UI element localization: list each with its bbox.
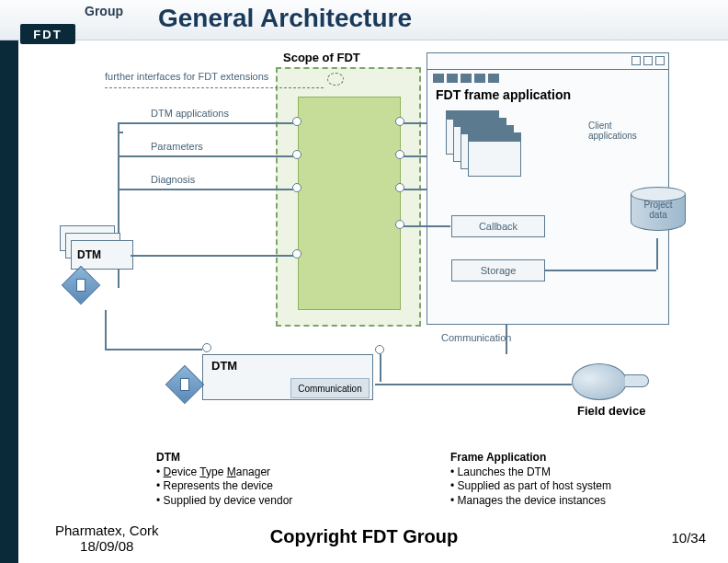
t: M xyxy=(227,465,236,478)
frame-desc-title: Frame Application xyxy=(450,451,611,465)
storage-to-db-h xyxy=(544,270,656,271)
dtm-scope-port xyxy=(292,249,301,259)
dtm-text: DTM xyxy=(77,248,101,261)
frame-app-label: FDT frame application xyxy=(436,87,571,102)
iface-params: Parameters xyxy=(151,141,203,152)
frame-titlebar xyxy=(427,53,668,70)
window-max-icon xyxy=(643,56,653,65)
t: anager xyxy=(236,465,270,478)
iface-line-2 xyxy=(118,189,296,190)
storage-box: Storage xyxy=(451,259,545,282)
storage-to-db-v xyxy=(656,238,658,270)
project-data-label: Project data xyxy=(636,200,680,220)
footer-page: 10/34 xyxy=(671,530,706,546)
dtm-desc-line3: • Supplied by device vendor xyxy=(156,494,292,509)
frame-desc-line2: • Supplied as part of host system xyxy=(450,479,611,494)
iface-line-1 xyxy=(118,155,296,157)
iface-rport-0 xyxy=(395,117,404,126)
callback-port xyxy=(395,220,404,229)
comm-diamond-icon xyxy=(165,365,204,404)
frame-toolbar xyxy=(433,74,499,83)
iface-rport-1 xyxy=(395,150,404,159)
window-min-icon xyxy=(631,56,641,65)
window-close-icon xyxy=(655,56,665,65)
scope-label: Scope of FDT xyxy=(283,51,360,64)
storage-label: Storage xyxy=(481,265,517,276)
iface-rport-2 xyxy=(395,183,404,192)
dtm-description: DTM • Device Type Manager • Represents t… xyxy=(156,451,292,508)
dtm-diamond-icon xyxy=(62,266,100,304)
client-apps-label: Client applications xyxy=(588,121,637,141)
iface-port-1 xyxy=(292,150,301,159)
left-band xyxy=(0,0,18,563)
field-device-icon xyxy=(572,363,627,400)
further-ifaces-label: further interfaces for FDT extensions xyxy=(105,71,268,82)
dtm-desc-line2: • Represents the device xyxy=(156,479,292,494)
iface-r1 xyxy=(401,155,427,157)
comm-line-up xyxy=(105,310,107,349)
iface-line-0 xyxy=(118,122,296,124)
further-ifaces-line xyxy=(105,87,324,88)
comm-dtm-label: DTM xyxy=(211,359,237,373)
iface-port-0 xyxy=(292,117,301,126)
comm-right-vert xyxy=(380,354,381,382)
t: ype xyxy=(206,465,227,478)
frame-desc-line3: • Manages the device instances xyxy=(450,494,611,509)
comm-field-line xyxy=(375,384,572,385)
iface-r0 xyxy=(401,122,427,124)
iface-diag: Diagnosis xyxy=(151,174,195,185)
page-title: General Architecture xyxy=(158,4,412,33)
dtm-to-scope xyxy=(131,255,296,257)
iface-port-2 xyxy=(292,183,301,192)
footer-copyright: Copyright FDT Group xyxy=(0,526,728,547)
frame-down-line xyxy=(506,325,507,354)
frame-desc-line1: • Launches the DTM xyxy=(450,465,611,480)
client-win-4 xyxy=(468,132,521,177)
comm-line-left xyxy=(105,349,202,350)
t: • xyxy=(156,465,164,478)
t: evice xyxy=(171,465,199,478)
field-device-label: Field device xyxy=(577,404,645,418)
comm-dtm-sub: Communication xyxy=(290,378,370,398)
comm-right-port xyxy=(375,345,384,354)
callback-line xyxy=(401,225,450,227)
callback-label: Callback xyxy=(479,221,518,232)
callback-box: Callback xyxy=(451,215,545,237)
communication-label: Communication xyxy=(441,332,511,343)
scope-extension-port xyxy=(327,73,344,86)
comm-port-top xyxy=(202,343,211,352)
dtm-desc-title: DTM xyxy=(156,451,292,465)
fdt-logo: FDT xyxy=(20,24,75,44)
frame-description: Frame Application • Launches the DTM • S… xyxy=(450,451,611,508)
architecture-diagram: Scope of FDT further interfaces for FDT … xyxy=(55,51,708,446)
t: D xyxy=(164,465,172,478)
dtm-desc-line1: • Device Type Manager xyxy=(156,465,292,480)
iface-dtm-apps: DTM applications xyxy=(151,108,229,119)
scope-inner xyxy=(298,97,401,310)
iface-r2 xyxy=(401,189,427,190)
group-label: Group xyxy=(85,4,123,18)
